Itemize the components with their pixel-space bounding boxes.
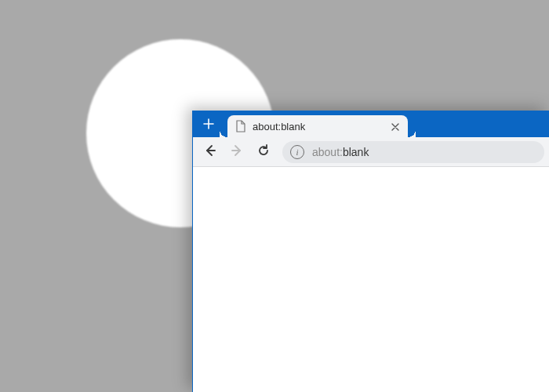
plus-icon [203,118,214,129]
page-content-blank [193,167,549,392]
address-bar[interactable]: i about:blank [282,141,544,163]
tab-active[interactable]: about:blank [227,115,408,137]
tab-close-button[interactable] [389,120,402,132]
address-bar-url: about:blank [312,146,369,158]
arrow-right-icon [230,143,244,160]
nav-forward-button[interactable] [224,140,249,165]
browser-window: about:blank i about:blank [192,111,549,392]
info-icon: i [290,145,304,159]
reload-icon [256,143,271,160]
file-icon [235,120,246,132]
close-icon [391,121,399,132]
reload-button[interactable] [251,140,276,165]
tab-strip: about:blank [193,111,549,137]
arrow-left-icon [203,143,217,160]
nav-back-button[interactable] [198,140,223,165]
tab-title: about:blank [253,121,305,132]
toolbar: i about:blank [193,137,549,167]
